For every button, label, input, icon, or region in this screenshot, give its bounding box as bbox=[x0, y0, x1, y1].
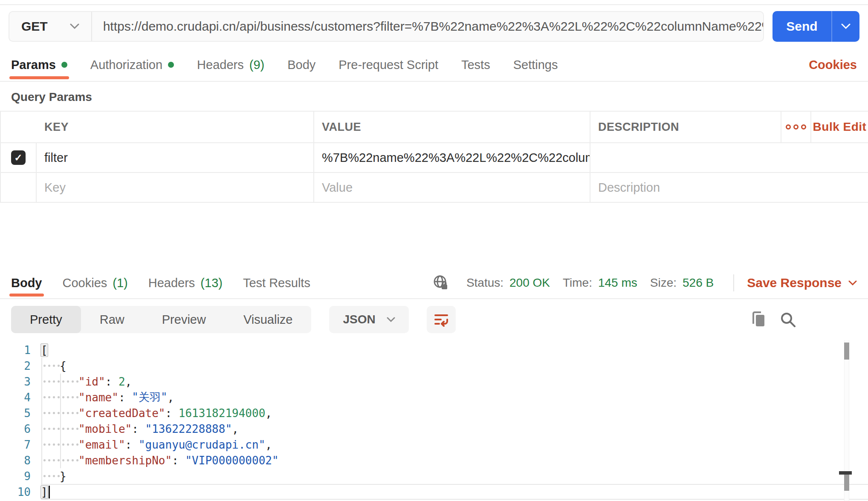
header-description: DESCRIPTION bbox=[590, 112, 781, 142]
wrap-text-icon bbox=[433, 311, 449, 328]
tab-settings[interactable]: Settings bbox=[513, 49, 558, 81]
code-line: 5"createdDate": 1613182194000, bbox=[0, 405, 868, 421]
description-input-placeholder[interactable]: Description bbox=[590, 173, 868, 202]
globe-lock-icon[interactable] bbox=[431, 274, 450, 292]
method-select[interactable]: GET bbox=[9, 12, 92, 41]
line-number: 1 bbox=[0, 344, 31, 357]
table-row: ✓ filter %7B%22name%22%3A%22L%22%2C%22co… bbox=[1, 143, 868, 173]
save-response-button[interactable]: Save Response bbox=[747, 276, 857, 290]
size-label: Size: bbox=[650, 276, 677, 290]
copy-icon[interactable] bbox=[749, 310, 767, 329]
scrollbar-thumb[interactable] bbox=[844, 343, 849, 360]
time-value: 145 ms bbox=[598, 276, 637, 290]
send-button[interactable]: Send bbox=[773, 11, 859, 42]
response-tab-test-results[interactable]: Test Results bbox=[243, 268, 310, 298]
code-line: 10] bbox=[0, 484, 868, 500]
tab-label: Body bbox=[287, 58, 315, 72]
response-toolbar: Pretty Raw Preview Visualize JSON bbox=[0, 299, 868, 340]
param-key-cell[interactable]: filter bbox=[37, 143, 314, 172]
url-box: GET https://demo.crudapi.cn/api/business… bbox=[9, 11, 764, 42]
indent-guide bbox=[60, 374, 61, 468]
active-tab-underline bbox=[9, 76, 69, 79]
format-select[interactable]: JSON bbox=[329, 306, 408, 333]
tab-tests[interactable]: Tests bbox=[461, 49, 490, 81]
code-line: 8"membershipNo": "VIP000000002" bbox=[0, 452, 868, 468]
response-tabs: Body Cookies (1) Headers (13) Test Resul… bbox=[11, 268, 310, 298]
tab-authorization[interactable]: Authorization bbox=[90, 49, 174, 81]
checkbox-cell bbox=[1, 173, 37, 202]
tab-label: Test Results bbox=[243, 276, 310, 290]
tab-label: Headers bbox=[148, 276, 195, 290]
line-number: 9 bbox=[0, 470, 31, 483]
more-options-icon[interactable] bbox=[781, 112, 811, 142]
chevron-down-icon bbox=[70, 23, 79, 29]
chevron-down-icon bbox=[387, 317, 395, 322]
header-checkbox-column bbox=[1, 112, 37, 142]
indent-guide bbox=[41, 358, 42, 484]
code-line: 7"email": "guanyu@crudapi.cn", bbox=[0, 437, 868, 452]
tab-pre-request-script[interactable]: Pre-request Script bbox=[339, 49, 438, 81]
view-pretty[interactable]: Pretty bbox=[11, 306, 81, 333]
green-dot-icon bbox=[61, 62, 67, 68]
empty-area bbox=[0, 203, 868, 268]
bulk-edit-button[interactable]: Bulk Edit bbox=[811, 112, 868, 142]
tab-count: (1) bbox=[113, 276, 127, 290]
tab-label: Tests bbox=[461, 58, 490, 72]
tab-label: Params bbox=[11, 58, 56, 72]
code-line: 1[ bbox=[0, 342, 868, 358]
key-input-placeholder[interactable]: Key bbox=[37, 173, 314, 202]
request-url-bar: GET https://demo.crudapi.cn/api/business… bbox=[0, 5, 868, 49]
scrollbar-thumb[interactable] bbox=[844, 475, 849, 491]
response-view-switch: Pretty Raw Preview Visualize bbox=[11, 306, 311, 333]
response-meta: Status: 200 OK Time: 145 ms Size: 526 B … bbox=[431, 274, 857, 292]
line-number: 7 bbox=[0, 438, 31, 451]
response-tools bbox=[749, 310, 857, 329]
size-value: 526 B bbox=[683, 276, 714, 290]
param-value-cell[interactable]: %7B%22name%22%3A%22L%22%2C%22columnNa... bbox=[314, 143, 590, 172]
tab-count: (13) bbox=[200, 276, 223, 290]
view-preview[interactable]: Preview bbox=[143, 306, 225, 333]
tab-label: Cookies bbox=[63, 276, 107, 290]
tab-params[interactable]: Params bbox=[11, 49, 67, 81]
code-line: 3"id": 2, bbox=[0, 374, 868, 389]
query-params-title: Query Params bbox=[0, 82, 868, 111]
time-label: Time: bbox=[563, 276, 592, 290]
value-input-placeholder[interactable]: Value bbox=[314, 173, 590, 202]
code-line: 4"name": "关羽", bbox=[0, 389, 868, 405]
wrap-text-button[interactable] bbox=[427, 306, 456, 333]
send-button-label[interactable]: Send bbox=[773, 11, 832, 42]
line-number: 4 bbox=[0, 391, 31, 404]
search-icon[interactable] bbox=[778, 310, 797, 329]
row-checkbox-checked[interactable]: ✓ bbox=[11, 150, 26, 165]
response-tab-cookies[interactable]: Cookies (1) bbox=[63, 268, 128, 298]
code-line: 2{ bbox=[0, 358, 868, 374]
save-response-label: Save Response bbox=[747, 276, 842, 290]
divider bbox=[733, 274, 734, 291]
status-label: Status: bbox=[466, 276, 503, 290]
response-tab-body[interactable]: Body bbox=[11, 268, 42, 298]
line-number: 8 bbox=[0, 454, 31, 467]
line-number: 2 bbox=[0, 360, 31, 372]
table-header-row: KEY VALUE DESCRIPTION Bulk Edit bbox=[1, 112, 868, 143]
header-key: KEY bbox=[37, 112, 314, 142]
tab-headers[interactable]: Headers (9) bbox=[197, 49, 264, 81]
response-header: Body Cookies (1) Headers (13) Test Resul… bbox=[0, 268, 868, 299]
checkbox-cell: ✓ bbox=[1, 143, 37, 172]
chevron-down-icon bbox=[848, 280, 857, 286]
view-visualize[interactable]: Visualize bbox=[225, 306, 312, 333]
tab-count: (9) bbox=[249, 58, 264, 72]
tab-label: Authorization bbox=[90, 58, 162, 72]
url-input[interactable]: https://demo.crudapi.cn/api/business/cus… bbox=[92, 19, 763, 34]
cookies-link[interactable]: Cookies bbox=[809, 58, 857, 72]
header-value: VALUE bbox=[314, 112, 590, 142]
response-body-editor[interactable]: 1[2{3"id": 2,4"name": "关羽",5"createdDate… bbox=[0, 340, 868, 501]
param-description-cell[interactable] bbox=[590, 143, 868, 172]
response-tab-headers[interactable]: Headers (13) bbox=[148, 268, 223, 298]
code-lines: 1[2{3"id": 2,4"name": "关羽",5"createdDate… bbox=[0, 342, 868, 500]
scrollbar-marker bbox=[839, 471, 852, 475]
send-options-button[interactable] bbox=[832, 11, 859, 42]
line-number: 6 bbox=[0, 423, 31, 435]
tab-body[interactable]: Body bbox=[287, 49, 315, 81]
line-number: 5 bbox=[0, 407, 31, 420]
view-raw[interactable]: Raw bbox=[81, 306, 143, 333]
